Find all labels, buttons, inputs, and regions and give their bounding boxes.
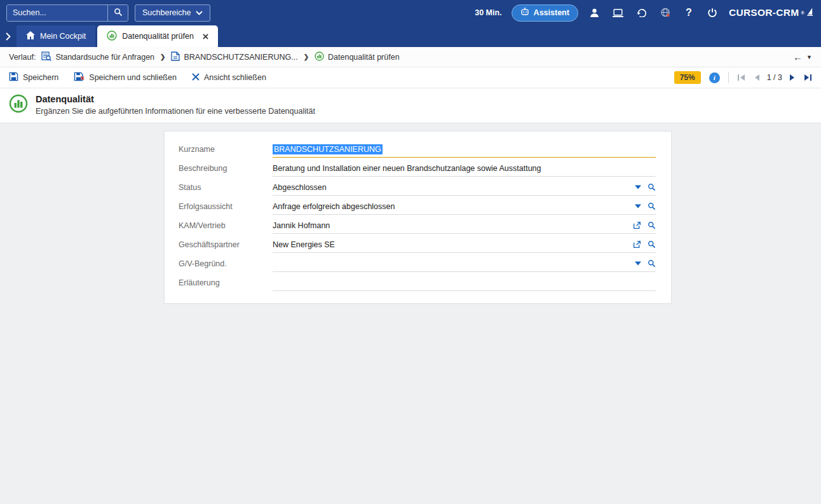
breadcrumb-item-standardsuche[interactable]: Standardsuche für Anfragen xyxy=(41,51,154,63)
field-row-status: Status Abgeschlossen xyxy=(165,178,671,197)
field-row-erlaeuterung: Erläuterung xyxy=(165,273,671,292)
field-row-kam-vertrieb: KAM/Vertrieb Jannik Hofmann xyxy=(165,216,671,235)
action-toolbar: Speichern Speichern und schließen Ansich… xyxy=(0,67,821,88)
lookup-search-icon[interactable] xyxy=(648,183,656,191)
previous-record-icon[interactable] xyxy=(753,74,760,81)
content-area: Kurzname BRANDSCHUTZSANIERUNG Beschreibu… xyxy=(0,123,821,504)
progress-badge: 75% xyxy=(674,71,701,84)
breadcrumb: Verlauf: Standardsuche für Anfragen ❯ BR… xyxy=(0,47,821,67)
save-close-icon xyxy=(74,72,85,83)
chevron-down-icon xyxy=(196,8,203,17)
home-icon xyxy=(26,31,35,41)
data-quality-form: Kurzname BRANDSCHUTZSANIERUNG Beschreibu… xyxy=(164,131,672,304)
user-icon[interactable] xyxy=(588,6,602,20)
close-icon xyxy=(192,73,200,83)
field-value: Abgeschlossen xyxy=(273,183,327,192)
breadcrumb-prefix: Verlauf: xyxy=(9,53,36,62)
history-dropdown-icon[interactable]: ▼ xyxy=(806,54,812,60)
data-quality-icon xyxy=(315,51,324,63)
breadcrumb-label: Standardsuche für Anfragen xyxy=(55,53,154,62)
field-label: Status xyxy=(179,183,273,192)
search-input[interactable] xyxy=(7,5,107,21)
breadcrumb-label: Datenqualität prüfen xyxy=(328,53,400,62)
field-label: Beschreibung xyxy=(179,164,273,173)
robot-icon xyxy=(520,8,529,18)
field-label: Geschäftspartner xyxy=(179,240,273,249)
dropdown-caret-icon[interactable] xyxy=(635,261,641,266)
kurzname-field[interactable]: BRANDSCHUTZSANIERUNG xyxy=(273,142,656,158)
save-and-close-button[interactable]: Speichern und schließen xyxy=(74,72,177,83)
network-status-icon[interactable] xyxy=(658,6,672,20)
tab-mein-cockpit[interactable]: Mein Cockpit xyxy=(17,25,95,47)
field-value: Anfrage erfolgreich abgeschlossen xyxy=(273,202,395,211)
data-quality-icon xyxy=(9,94,28,115)
field-row-geschaeftspartner: Geschäftspartner New Energies SE xyxy=(165,235,671,254)
info-icon[interactable]: i xyxy=(709,72,720,83)
kam-vertrieb-field[interactable]: Jannik Hofmann xyxy=(273,218,656,234)
field-label: Erläuterung xyxy=(179,278,273,287)
sidebar-expand-chevron-icon[interactable] xyxy=(0,25,17,47)
field-label: KAM/Vertrieb xyxy=(179,221,273,230)
save-button[interactable]: Speichern xyxy=(9,72,58,83)
beschreibung-field[interactable]: Beratung und Installation einer neuen Br… xyxy=(273,161,656,177)
search-button[interactable] xyxy=(107,5,128,21)
field-row-beschreibung: Beschreibung Beratung und Installation e… xyxy=(165,159,671,178)
breadcrumb-separator-icon: ❯ xyxy=(304,53,309,60)
gv-begruendung-field[interactable] xyxy=(273,256,656,272)
lookup-search-icon[interactable] xyxy=(648,240,656,249)
save-icon xyxy=(9,72,18,83)
breadcrumb-separator-icon: ❯ xyxy=(160,53,165,60)
laptop-icon[interactable] xyxy=(611,6,625,20)
field-value: Beratung und Installation einer neuen Br… xyxy=(273,164,541,173)
field-row-gv-begruendung: G/V-Begründ. xyxy=(165,254,671,273)
brand-sail-icon xyxy=(806,7,813,19)
field-value: Jannik Hofmann xyxy=(273,221,330,230)
brand-logo: CURSOR-CRM® xyxy=(729,7,813,19)
erfolgsaussicht-field[interactable]: Anfrage erfolgreich abgeschlossen xyxy=(273,199,656,215)
save-label: Speichern xyxy=(23,73,58,82)
lookup-search-icon[interactable] xyxy=(648,221,656,229)
field-row-erfolgsaussicht: Erfolgsaussicht Anfrage erfolgreich abge… xyxy=(165,197,671,216)
search-areas-label: Suchbereiche xyxy=(142,8,191,17)
tab-label: Datenqualität prüfen xyxy=(122,32,194,41)
global-search[interactable] xyxy=(6,4,128,22)
close-view-label: Ansicht schließen xyxy=(204,73,266,82)
field-value-selected: BRANDSCHUTZSANIERUNG xyxy=(273,144,383,154)
lookup-search-icon[interactable] xyxy=(648,259,656,268)
help-icon[interactable]: ? xyxy=(682,6,696,20)
page-subtitle: Ergänzen Sie die aufgeführten Informatio… xyxy=(36,107,315,116)
tab-close-icon[interactable] xyxy=(203,34,208,39)
redo-icon[interactable] xyxy=(635,6,649,20)
status-field[interactable]: Abgeschlossen xyxy=(273,180,656,196)
power-icon[interactable] xyxy=(705,6,719,20)
first-record-icon[interactable] xyxy=(737,74,746,81)
last-record-icon[interactable] xyxy=(803,74,812,81)
dropdown-caret-icon[interactable] xyxy=(635,204,641,208)
open-record-icon[interactable] xyxy=(633,221,641,229)
assistant-button[interactable]: Assistent xyxy=(512,4,578,22)
search-areas-button[interactable]: Suchbereiche xyxy=(135,4,210,22)
close-view-button[interactable]: Ansicht schließen xyxy=(192,73,266,83)
geschaeftspartner-field[interactable]: New Energies SE xyxy=(273,237,656,253)
next-record-icon[interactable] xyxy=(789,74,796,81)
breadcrumb-label: BRANDSCHUTZSANIERUNG... xyxy=(184,53,297,62)
search-icon xyxy=(114,8,123,18)
breadcrumb-item-datenqualitaet[interactable]: Datenqualität prüfen xyxy=(315,51,400,63)
search-list-icon xyxy=(41,51,51,63)
field-label: Erfolgsaussicht xyxy=(179,202,273,211)
open-record-icon[interactable] xyxy=(633,240,641,249)
pager-label: 1 / 3 xyxy=(767,73,782,82)
assistant-label: Assistent xyxy=(534,8,569,17)
history-back-icon[interactable]: ← xyxy=(793,51,803,62)
lookup-search-icon[interactable] xyxy=(648,202,656,210)
field-value: New Energies SE xyxy=(273,240,335,249)
breadcrumb-item-brandschutzsanierung[interactable]: BRANDSCHUTZSANIERUNG... xyxy=(171,51,297,63)
erlaeuterung-field[interactable] xyxy=(273,275,656,291)
dropdown-caret-icon[interactable] xyxy=(635,185,641,189)
page-title: Datenqualität xyxy=(36,94,315,104)
tab-label: Mein Cockpit xyxy=(40,32,86,41)
save-and-close-label: Speichern und schließen xyxy=(89,73,177,82)
tab-datenqualitaet-pruefen[interactable]: Datenqualität prüfen xyxy=(97,25,218,47)
record-pager: 1 / 3 xyxy=(737,73,812,82)
view-header: Datenqualität Ergänzen Sie die aufgeführ… xyxy=(0,88,821,123)
